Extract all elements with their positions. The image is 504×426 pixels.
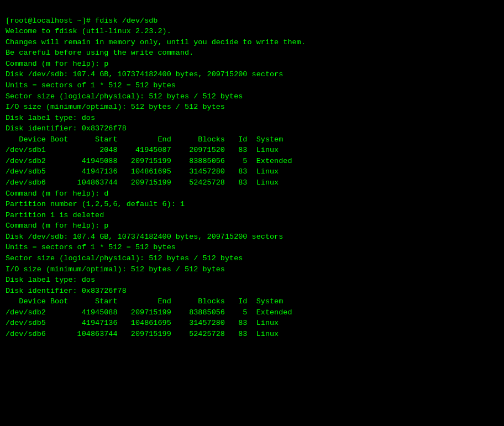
terminal-window: [root@localhost ~]# fdisk /dev/sdbWelcom… — [6, 4, 498, 339]
terminal-line: /dev/sdb6 104863744 209715199 52425728 8… — [6, 329, 498, 340]
terminal-line: Be careful before using the write comman… — [6, 48, 498, 59]
terminal-line: Disk /dev/sdb: 107.4 GB, 107374182400 by… — [6, 232, 498, 243]
terminal-line: Command (m for help): p — [6, 59, 498, 70]
terminal-line: Disk /dev/sdb: 107.4 GB, 107374182400 by… — [6, 69, 498, 80]
terminal-line: /dev/sdb6 104863744 209715199 52425728 8… — [6, 177, 498, 188]
terminal-line: /dev/sdb5 41947136 104861695 31457280 83… — [6, 166, 498, 177]
terminal-line: Welcome to fdisk (util-linux 2.23.2). — [6, 26, 498, 37]
terminal-line: /dev/sdb5 41947136 104861695 31457280 83… — [6, 318, 498, 329]
terminal-line: /dev/sdb2 41945088 209715199 83885056 5 … — [6, 156, 498, 167]
terminal-line: Disk label type: dos — [6, 113, 498, 124]
terminal-line: Sector size (logical/physical): 512 byte… — [6, 91, 498, 102]
terminal-line: Units = sectors of 1 * 512 = 512 bytes — [6, 80, 498, 91]
terminal-line: Device Boot Start End Blocks Id System — [6, 296, 498, 307]
terminal-line: Command (m for help): d — [6, 188, 498, 199]
terminal-line: /dev/sdb2 41945088 209715199 83885056 5 … — [6, 307, 498, 318]
terminal-line: Units = sectors of 1 * 512 = 512 bytes — [6, 242, 498, 253]
terminal-line: Command (m for help): p — [6, 220, 498, 232]
terminal-line: Sector size (logical/physical): 512 byte… — [6, 253, 498, 264]
terminal-line: [root@localhost ~]# fdisk /dev/sdb — [6, 15, 498, 27]
terminal-line: I/O size (minimum/optimal): 512 bytes / … — [6, 102, 498, 113]
terminal-line: Disk identifier: 0x83726f78 — [6, 286, 498, 297]
terminal-line: /dev/sdb1 2048 41945087 20971520 83 Linu… — [6, 145, 498, 156]
terminal-line: Partition 1 is deleted — [6, 210, 498, 221]
terminal-line: Partition number (1,2,5,6, default 6): 1 — [6, 199, 498, 210]
terminal-line: Device Boot Start End Blocks Id System — [6, 134, 498, 145]
terminal-line: Disk identifier: 0x83726f78 — [6, 123, 498, 134]
terminal-line: I/O size (minimum/optimal): 512 bytes / … — [6, 264, 498, 275]
terminal-line: Changes will remain in memory only, unti… — [6, 37, 498, 48]
terminal-line: Disk label type: dos — [6, 275, 498, 286]
